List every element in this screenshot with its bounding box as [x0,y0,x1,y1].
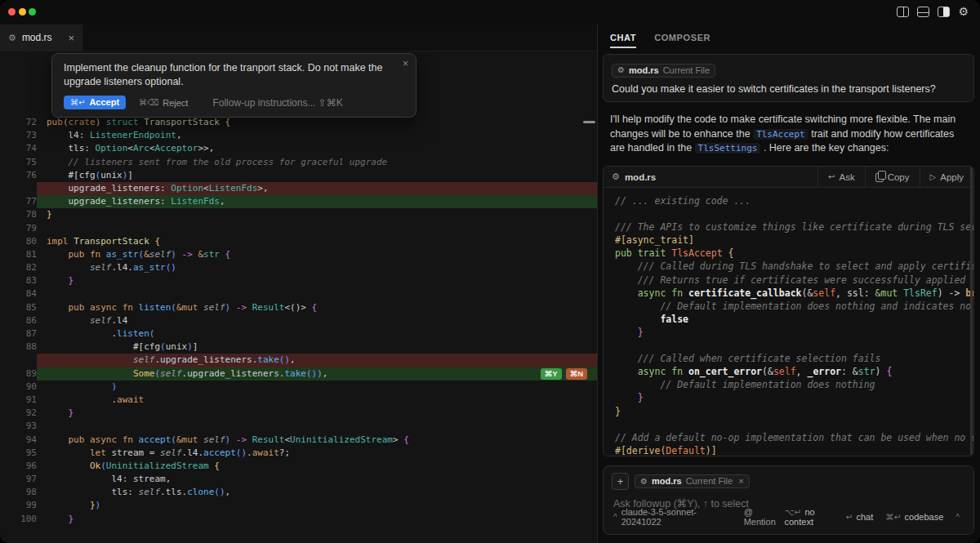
no-context-button[interactable]: ⌥↵no context [785,507,834,527]
at-icon: @ [744,507,753,517]
split-columns-icon[interactable] [897,7,909,17]
code-line: 96 Ok(UninitializedStream { [0,460,597,473]
code-line-text [615,418,973,431]
line-number: 76 [0,169,37,182]
code-block-body[interactable]: // ... existing code .../// The APIs to … [604,188,973,456]
model-selector-chevron-icon: ^ [613,513,617,522]
tab-bar: ⚙ mod.rs × [0,24,597,51]
code-line: 84 [0,287,597,300]
line-number: 72 [0,116,37,129]
user-message-card: ⚙ mod.rs Current File Could you make it … [603,54,974,102]
line-number: 80 [0,235,37,248]
line-number: 97 [0,473,37,486]
chat-tabs: CHAT COMPOSER [610,33,710,48]
code-line-text: tls: self.tls.clone(), [37,486,597,499]
panel-right-icon[interactable] [938,7,950,17]
code-line-text: pub async fn listen(&mut self) -> Result… [37,301,597,314]
code-line-text: .listen( [37,327,597,340]
followup-instructions-button[interactable]: Follow-up instructions... ⇧⌘K [212,97,342,109]
code-line: 78} [0,208,597,221]
line-number: 94 [0,434,37,447]
line-number: 96 [0,460,37,473]
code-block-scrollbar[interactable] [970,167,973,456]
editor-body: 72pub(crate) struct TransportStack {73 l… [0,51,597,543]
code-line-text: pub async fn accept(&mut self) -> Result… [37,434,597,447]
line-number: 90 [0,381,37,394]
code-line-text: /// Returns true if certificates were su… [615,274,973,287]
context-file-pill[interactable]: ⚙ mod.rs Current File [612,64,715,78]
mention-button[interactable]: @ Mention [744,507,785,527]
minimize-window-button[interactable] [19,8,26,16]
ask-button[interactable]: ↩ Ask [817,167,865,187]
accept-button[interactable]: ⌘↵ Accept [64,96,126,109]
close-window-button[interactable] [8,8,16,16]
tab-mod-rs[interactable]: ⚙ mod.rs × [0,24,83,51]
code-line: 77 upgrade_listeners: ListenFds, [0,195,597,208]
rust-file-icon: ⚙ [612,171,620,182]
context-file-pill[interactable]: ⚙ mod.rs Current File × [635,474,750,488]
code-line-text: let stream = self.l4.accept().await?; [37,447,597,460]
chat-input-card: + ⚙ mod.rs Current File × Ask followup (… [603,465,974,535]
copy-button[interactable]: Copy [865,167,920,187]
code-line: 82 self.l4.as_str() [0,261,597,274]
code-line: 81 pub fn as_str(&self) -> &str { [0,248,597,261]
code-line: } [615,391,973,404]
code-line: #[derive(Default)] [615,444,973,456]
add-context-button[interactable]: + [612,473,629,490]
code-line-text: // Default implementation does nothing [615,378,973,391]
code-line-text: async fn certificate_callback(&self, ssl… [615,287,973,300]
reject-button[interactable]: ⌘⌫ Reject [139,98,188,108]
line-number [0,182,37,195]
code-line-text: ) [37,381,597,394]
code-line: 99 }) [0,499,597,512]
inline-edit-prompt: Implement the cleanup function for the t… [64,61,402,89]
copy-icon [875,173,884,182]
code-line: pub trait TlsAccept { [615,247,973,260]
model-selector[interactable]: claude-3-5-sonnet-20241022 [621,507,729,527]
code-line-text: .await [37,394,597,407]
split-rows-icon[interactable] [917,7,929,17]
line-number: 73 [0,129,37,142]
window-toolbar: ⚙ [897,7,969,17]
rust-file-icon: ⚙ [640,477,648,486]
remove-context-icon[interactable]: × [738,476,743,486]
code-line: 90 ) [0,381,597,394]
editor-scrollbar-handle[interactable] [583,121,595,123]
line-number: 79 [0,222,37,235]
code-line-text: self.l4 [37,314,597,327]
line-number [0,354,37,367]
tab-close-icon[interactable]: × [68,32,74,44]
send-codebase-button[interactable]: ⌘↵codebase [885,512,943,522]
code-line-text: } [615,391,973,404]
code-line-text: impl TransportStack { [37,235,597,248]
input-bottom-bar: ^ claude-3-5-sonnet-20241022 @ Mention ⌥… [613,507,964,527]
zoom-window-button[interactable] [29,8,36,16]
tab-composer[interactable]: COMPOSER [654,33,710,48]
line-number: 89 [0,367,37,381]
traffic-lights [8,8,36,16]
reject-kbd-hint: ⌘⌫ [139,98,158,107]
line-number: 93 [0,420,37,433]
settings-gear-icon[interactable]: ⚙ [958,7,969,17]
assistant-message-text: I'll help modify the code to make certif… [610,113,966,156]
code-line: upgrade_listeners: Option<ListenFds>, [0,182,597,195]
code-line-text: l4: stream, [37,473,597,486]
code-line-text: }) [37,499,597,512]
accept-hunk-badge[interactable]: ⌘Y [541,368,562,380]
line-number: 86 [0,314,37,327]
code-line: 86 self.l4 [0,314,597,327]
input-context-row: + ⚙ mod.rs Current File × [612,473,965,490]
code-line [615,339,973,352]
apply-button[interactable]: ▷ Apply [920,167,973,187]
send-chat-button[interactable]: ↵chat [846,512,874,522]
inline-code-chip: TlsSettings [695,143,761,154]
code-line: 95 let stream = self.l4.accept().await?; [0,447,597,460]
popup-close-icon[interactable]: × [403,58,408,69]
line-number: 91 [0,394,37,407]
editor-code-area[interactable]: 72pub(crate) struct TransportStack {73 l… [0,51,597,526]
code-line-text: self.l4.as_str() [37,261,597,274]
tab-chat[interactable]: CHAT [610,33,636,48]
line-number: 77 [0,195,37,208]
reject-hunk-badge[interactable]: ⌘N [566,368,587,380]
code-line-text: #[derive(Default)] [615,444,973,456]
